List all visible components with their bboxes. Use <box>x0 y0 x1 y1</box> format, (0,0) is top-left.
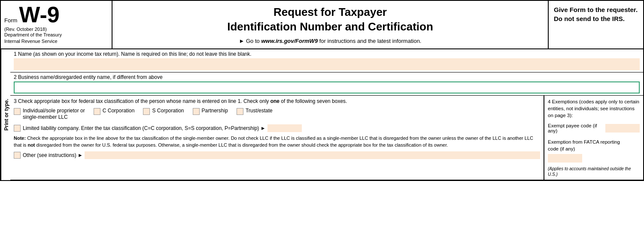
fatca-section: Exemption from FATCA reportingcode (if a… <box>548 139 640 163</box>
field2-section: 2 Business name/disregarded entity name,… <box>10 72 643 96</box>
form-header: Form W-9 (Rev. October 2018) Department … <box>1 1 643 49</box>
applies-note: (Applies to accounts maintained outside … <box>548 166 640 177</box>
fatca-label: Exemption from FATCA reportingcode (if a… <box>548 139 640 152</box>
goto-line: ► Go to www.irs.gov/FormW9 for instructi… <box>121 38 539 44</box>
checkbox-c-corporation: C Corporation <box>94 108 135 115</box>
other-label: Other (see instructions) ► <box>23 152 83 158</box>
field4-section: 4 Exemptions (codes apply only to certai… <box>544 96 643 180</box>
form-label: Form <box>4 17 17 24</box>
dept1: Department of the Treasury <box>4 32 108 38</box>
partnership-label: Partnership <box>202 108 228 114</box>
tax-classification-checkboxes: Individual/sole proprietor orsingle-memb… <box>14 108 540 121</box>
field2-input[interactable] <box>14 81 640 93</box>
w9-form: Form W-9 (Rev. October 2018) Department … <box>0 0 644 181</box>
field2-label: 2 Business name/disregarded entity name,… <box>14 74 640 80</box>
field3-section: 3 Check appropriate box for federal tax … <box>10 96 544 180</box>
s-corporation-label: S Corporation <box>152 108 184 114</box>
other-row: Other (see instructions) ► <box>14 151 540 159</box>
checkbox-s-corporation: S Corporation <box>143 108 184 115</box>
trust-estate-label: Trust/estate <box>246 108 273 114</box>
print-type-label: Print or type. <box>3 99 9 130</box>
checkbox-trust-estate: Trust/estate <box>237 108 273 115</box>
individual-checkbox[interactable] <box>14 108 21 115</box>
form-number: W-9 <box>19 3 59 26</box>
llc-label: Limited liability company. Enter the tax… <box>23 125 266 131</box>
form-content: 1 Name (as shown on your income tax retu… <box>10 49 643 180</box>
other-checkbox[interactable] <box>14 152 21 159</box>
fields-3-4-row: 3 Check appropriate box for federal tax … <box>10 96 643 180</box>
llc-classification-input[interactable] <box>267 124 302 132</box>
side-label: Specific Instructions on page 3. Print o… <box>1 49 10 180</box>
individual-label: Individual/sole proprietor orsingle-memb… <box>23 108 85 121</box>
goto-url: www.irs.gov/FormW9 <box>261 38 318 44</box>
give-form-text: Give Form to the requester. Do not send … <box>554 5 638 23</box>
field3-label: 3 Check appropriate box for federal tax … <box>14 98 540 104</box>
form-id-section: Form W-9 (Rev. October 2018) Department … <box>1 1 112 48</box>
llc-row: Limited liability company. Enter the tax… <box>14 124 540 132</box>
other-input[interactable] <box>85 151 540 159</box>
field1-input[interactable] <box>14 58 640 70</box>
field1-section: 1 Name (as shown on your income tax retu… <box>10 49 643 72</box>
exempt-payee-label: Exempt payee code (if any) <box>548 123 605 133</box>
checkbox-partnership: Partnership <box>193 108 228 115</box>
partnership-checkbox[interactable] <box>193 108 200 115</box>
field4-title: 4 Exemptions (codes apply only to certai… <box>548 98 640 119</box>
fatca-input[interactable] <box>548 154 582 163</box>
llc-checkbox[interactable] <box>14 125 21 132</box>
form-title-section: Request for Taxpayer Identification Numb… <box>112 1 549 48</box>
exempt-payee-row: Exempt payee code (if any) <box>548 123 640 133</box>
field1-label: 1 Name (as shown on your income tax retu… <box>14 51 640 57</box>
note-text: Note: Check the appropriate box in the l… <box>14 135 540 149</box>
give-form-section: Give Form to the requester. Do not send … <box>549 1 643 48</box>
c-corporation-label: C Corporation <box>103 108 135 114</box>
main-area: Specific Instructions on page 3. Print o… <box>1 49 643 180</box>
form-title: Request for Taxpayer Identification Numb… <box>121 5 539 34</box>
exempt-payee-input[interactable] <box>605 124 640 133</box>
trust-estate-checkbox[interactable] <box>237 108 243 115</box>
s-corporation-checkbox[interactable] <box>143 108 150 115</box>
revision-date: (Rev. October 2018) <box>4 27 108 32</box>
dept2: Internal Revenue Service <box>4 38 108 45</box>
c-corporation-checkbox[interactable] <box>94 108 100 115</box>
checkbox-individual: Individual/sole proprietor orsingle-memb… <box>14 108 85 121</box>
